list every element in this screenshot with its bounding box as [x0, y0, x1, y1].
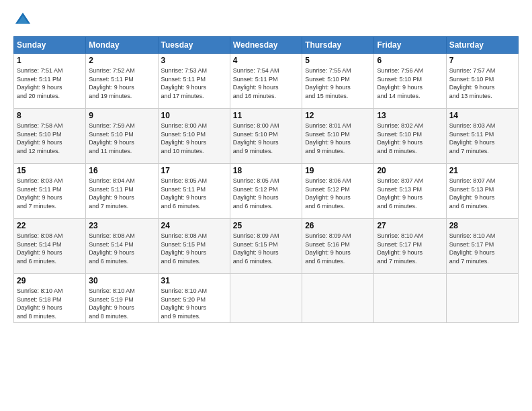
day-number: 5 [305, 56, 371, 65]
calendar-cell [302, 274, 374, 323]
day-info: Sunrise: 8:10 AM Sunset: 5:17 PM Dayligh… [449, 232, 515, 265]
calendar-cell: 17Sunrise: 8:05 AM Sunset: 5:11 PM Dayli… [158, 164, 230, 219]
calendar-cell: 19Sunrise: 8:06 AM Sunset: 5:12 PM Dayli… [302, 164, 374, 219]
calendar-cell: 7Sunrise: 7:57 AM Sunset: 5:10 PM Daylig… [446, 54, 518, 109]
day-number: 3 [161, 56, 227, 65]
calendar-header-monday: Monday [86, 37, 158, 54]
day-info: Sunrise: 8:05 AM Sunset: 5:12 PM Dayligh… [233, 177, 299, 210]
day-info: Sunrise: 7:55 AM Sunset: 5:10 PM Dayligh… [305, 66, 371, 100]
day-number: 29 [17, 276, 83, 285]
calendar-header-tuesday: Tuesday [158, 37, 230, 54]
calendar-header-row: SundayMondayTuesdayWednesdayThursdayFrid… [14, 37, 519, 54]
calendar-cell: 16Sunrise: 8:04 AM Sunset: 5:11 PM Dayli… [86, 164, 158, 219]
calendar-cell: 9Sunrise: 7:59 AM Sunset: 5:10 PM Daylig… [86, 109, 158, 164]
calendar-cell: 1Sunrise: 7:51 AM Sunset: 5:11 PM Daylig… [14, 54, 86, 109]
day-number: 22 [17, 221, 83, 230]
logo-icon [13, 11, 32, 30]
calendar-cell: 12Sunrise: 8:01 AM Sunset: 5:10 PM Dayli… [302, 109, 374, 164]
calendar-cell: 26Sunrise: 8:09 AM Sunset: 5:16 PM Dayli… [302, 219, 374, 274]
calendar-cell: 8Sunrise: 7:58 AM Sunset: 5:10 PM Daylig… [14, 109, 86, 164]
calendar-cell: 31Sunrise: 8:10 AM Sunset: 5:20 PM Dayli… [158, 274, 230, 323]
day-number: 10 [161, 111, 227, 120]
calendar-cell [374, 274, 446, 323]
day-number: 30 [89, 276, 154, 285]
day-info: Sunrise: 8:07 AM Sunset: 5:13 PM Dayligh… [377, 177, 443, 210]
day-info: Sunrise: 8:00 AM Sunset: 5:10 PM Dayligh… [233, 122, 299, 155]
day-number: 25 [233, 221, 299, 230]
day-info: Sunrise: 8:10 AM Sunset: 5:17 PM Dayligh… [377, 232, 443, 265]
calendar-header-thursday: Thursday [302, 37, 374, 54]
day-number: 23 [89, 221, 154, 230]
calendar-cell: 20Sunrise: 8:07 AM Sunset: 5:13 PM Dayli… [374, 164, 446, 219]
calendar-cell: 13Sunrise: 8:02 AM Sunset: 5:10 PM Dayli… [374, 109, 446, 164]
calendar-cell [230, 274, 302, 323]
page: SundayMondayTuesdayWednesdayThursdayFrid… [0, 0, 532, 411]
day-number: 16 [89, 166, 154, 175]
calendar-cell: 25Sunrise: 8:09 AM Sunset: 5:15 PM Dayli… [230, 219, 302, 274]
calendar-header-saturday: Saturday [446, 37, 518, 54]
calendar-cell: 21Sunrise: 8:07 AM Sunset: 5:13 PM Dayli… [446, 164, 518, 219]
day-number: 18 [233, 166, 299, 175]
calendar-cell: 11Sunrise: 8:00 AM Sunset: 5:10 PM Dayli… [230, 109, 302, 164]
day-number: 19 [305, 166, 371, 175]
calendar-header-wednesday: Wednesday [230, 37, 302, 54]
day-number: 11 [233, 111, 299, 120]
day-number: 27 [377, 221, 443, 230]
day-info: Sunrise: 8:08 AM Sunset: 5:14 PM Dayligh… [17, 232, 83, 265]
day-number: 6 [377, 56, 443, 65]
day-info: Sunrise: 8:03 AM Sunset: 5:11 PM Dayligh… [17, 177, 83, 210]
day-info: Sunrise: 8:03 AM Sunset: 5:11 PM Dayligh… [449, 122, 515, 155]
calendar-week-3: 15Sunrise: 8:03 AM Sunset: 5:11 PM Dayli… [14, 164, 519, 219]
day-info: Sunrise: 8:08 AM Sunset: 5:14 PM Dayligh… [89, 232, 154, 265]
calendar-cell: 30Sunrise: 8:10 AM Sunset: 5:19 PM Dayli… [86, 274, 158, 323]
day-info: Sunrise: 8:05 AM Sunset: 5:11 PM Dayligh… [161, 177, 227, 210]
day-info: Sunrise: 7:58 AM Sunset: 5:10 PM Dayligh… [17, 122, 83, 155]
day-info: Sunrise: 7:59 AM Sunset: 5:10 PM Dayligh… [89, 122, 154, 155]
day-info: Sunrise: 7:56 AM Sunset: 5:10 PM Dayligh… [377, 66, 443, 100]
day-number: 26 [305, 221, 371, 230]
day-info: Sunrise: 8:02 AM Sunset: 5:10 PM Dayligh… [377, 122, 443, 155]
calendar-cell: 22Sunrise: 8:08 AM Sunset: 5:14 PM Dayli… [14, 219, 86, 274]
calendar-cell: 5Sunrise: 7:55 AM Sunset: 5:10 PM Daylig… [302, 54, 374, 109]
calendar-cell: 6Sunrise: 7:56 AM Sunset: 5:10 PM Daylig… [374, 54, 446, 109]
day-number: 12 [305, 111, 371, 120]
day-number: 4 [233, 56, 299, 65]
day-number: 28 [449, 221, 515, 230]
day-number: 21 [449, 166, 515, 175]
calendar-cell: 28Sunrise: 8:10 AM Sunset: 5:17 PM Dayli… [446, 219, 518, 274]
day-number: 1 [17, 56, 83, 65]
day-info: Sunrise: 8:08 AM Sunset: 5:15 PM Dayligh… [161, 232, 227, 265]
calendar: SundayMondayTuesdayWednesdayThursdayFrid… [13, 36, 519, 323]
day-number: 20 [377, 166, 443, 175]
calendar-cell: 4Sunrise: 7:54 AM Sunset: 5:11 PM Daylig… [230, 54, 302, 109]
calendar-week-1: 1Sunrise: 7:51 AM Sunset: 5:11 PM Daylig… [14, 54, 519, 109]
calendar-cell: 10Sunrise: 8:00 AM Sunset: 5:10 PM Dayli… [158, 109, 230, 164]
day-info: Sunrise: 8:10 AM Sunset: 5:20 PM Dayligh… [161, 287, 227, 320]
day-info: Sunrise: 8:04 AM Sunset: 5:11 PM Dayligh… [89, 177, 154, 210]
day-number: 9 [89, 111, 154, 120]
header [13, 11, 519, 30]
day-info: Sunrise: 8:06 AM Sunset: 5:12 PM Dayligh… [305, 177, 371, 210]
calendar-header-friday: Friday [374, 37, 446, 54]
calendar-cell: 27Sunrise: 8:10 AM Sunset: 5:17 PM Dayli… [374, 219, 446, 274]
day-number: 17 [161, 166, 227, 175]
day-info: Sunrise: 7:54 AM Sunset: 5:11 PM Dayligh… [233, 66, 299, 100]
day-number: 8 [17, 111, 83, 120]
calendar-cell: 14Sunrise: 8:03 AM Sunset: 5:11 PM Dayli… [446, 109, 518, 164]
calendar-cell [446, 274, 518, 323]
day-info: Sunrise: 8:10 AM Sunset: 5:19 PM Dayligh… [89, 287, 154, 320]
day-info: Sunrise: 8:00 AM Sunset: 5:10 PM Dayligh… [161, 122, 227, 155]
day-number: 14 [449, 111, 515, 120]
day-info: Sunrise: 7:52 AM Sunset: 5:11 PM Dayligh… [89, 66, 154, 100]
day-info: Sunrise: 8:10 AM Sunset: 5:18 PM Dayligh… [17, 287, 83, 320]
day-info: Sunrise: 8:09 AM Sunset: 5:15 PM Dayligh… [233, 232, 299, 265]
day-info: Sunrise: 7:57 AM Sunset: 5:10 PM Dayligh… [449, 66, 515, 100]
calendar-week-4: 22Sunrise: 8:08 AM Sunset: 5:14 PM Dayli… [14, 219, 519, 274]
calendar-cell: 29Sunrise: 8:10 AM Sunset: 5:18 PM Dayli… [14, 274, 86, 323]
day-number: 2 [89, 56, 154, 65]
calendar-cell: 2Sunrise: 7:52 AM Sunset: 5:11 PM Daylig… [86, 54, 158, 109]
calendar-cell: 3Sunrise: 7:53 AM Sunset: 5:11 PM Daylig… [158, 54, 230, 109]
day-number: 31 [161, 276, 227, 285]
day-number: 15 [17, 166, 83, 175]
calendar-week-5: 29Sunrise: 8:10 AM Sunset: 5:18 PM Dayli… [14, 274, 519, 323]
